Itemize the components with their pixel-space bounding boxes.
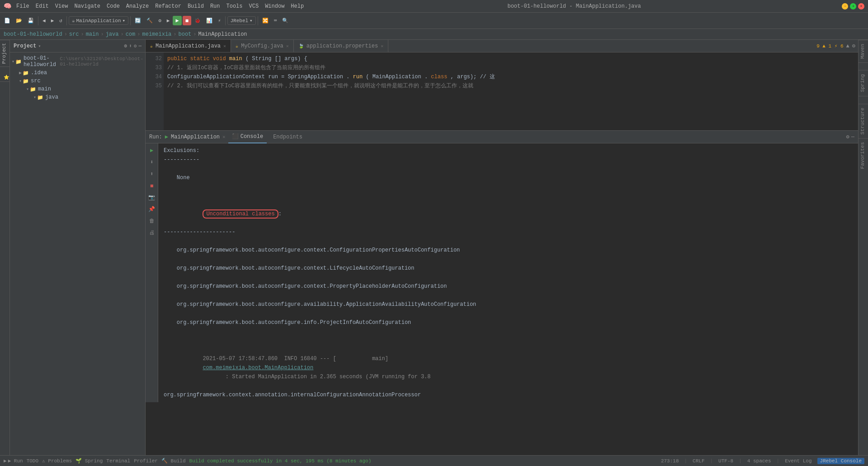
minimize-button[interactable]: － bbox=[842, 3, 848, 10]
menu-window[interactable]: Window bbox=[262, 2, 287, 10]
menu-analyze[interactable]: Analyze bbox=[123, 2, 151, 10]
menu-run[interactable]: Run bbox=[208, 2, 223, 10]
forward-button[interactable]: ▶ bbox=[49, 16, 57, 25]
menu-refactor[interactable]: Refactor bbox=[152, 2, 184, 10]
coverage-button[interactable]: 📊 bbox=[204, 16, 215, 25]
profile-button[interactable]: ⚡ bbox=[216, 16, 223, 25]
breadcrumb-java[interactable]: java bbox=[106, 31, 119, 38]
breadcrumb-main[interactable]: main bbox=[86, 31, 99, 38]
screenshot-button[interactable]: 📷 bbox=[147, 192, 157, 202]
tree-idea[interactable]: ▶ 📁 .idea bbox=[10, 69, 145, 77]
search-everywhere-button[interactable]: 🔍 bbox=[280, 16, 291, 25]
endpoints-tab[interactable]: Endpoints bbox=[269, 131, 306, 143]
editor-settings-icon[interactable]: ⚙ bbox=[852, 43, 855, 49]
maximize-button[interactable]: ＋ bbox=[850, 3, 856, 10]
expand-icon[interactable]: ⬆ bbox=[129, 43, 132, 49]
build-tab[interactable]: 🔨 Build bbox=[161, 458, 186, 464]
build-button[interactable]: 🔨 bbox=[144, 16, 155, 25]
run-panel-collapse-icon[interactable]: — bbox=[851, 134, 854, 140]
tab-close-main[interactable]: ✕ bbox=[223, 43, 226, 49]
close-button[interactable]: ✕ bbox=[858, 3, 864, 10]
favorites-tab[interactable]: Favorites bbox=[859, 138, 868, 172]
locate-icon[interactable]: ⊕ bbox=[124, 43, 127, 49]
encoding[interactable]: UTF-8 bbox=[718, 458, 733, 464]
spring-tab-bottom[interactable]: 🌱 Spring bbox=[75, 458, 103, 464]
jrebel-dropdown[interactable]: JRebel ▾ bbox=[227, 16, 256, 25]
terminal-button[interactable]: ⌨ bbox=[272, 16, 279, 25]
clear-button[interactable]: 🗑 bbox=[147, 216, 157, 226]
tab-mainapplication[interactable]: ☕ MainApplication.java ✕ bbox=[146, 40, 231, 52]
tab-appprops[interactable]: 🍃 application.properties ✕ bbox=[294, 40, 388, 52]
vcs-button[interactable]: 🔀 bbox=[260, 16, 271, 25]
menu-file[interactable]: File bbox=[14, 2, 32, 10]
stop-button[interactable]: ◼ bbox=[183, 16, 191, 25]
breadcrumb-com[interactable]: com bbox=[126, 31, 136, 38]
event-log[interactable]: Event Log bbox=[785, 458, 811, 464]
print-button[interactable]: 🖨 bbox=[147, 228, 157, 238]
window-controls[interactable]: － ＋ ✕ bbox=[842, 3, 864, 10]
tree-root[interactable]: ▾ 📁 boot-01-helloworld C:\Users\32120\De… bbox=[10, 54, 145, 69]
structure-tab[interactable]: Structure bbox=[859, 104, 868, 138]
editor-collapse-icon[interactable]: ▲ bbox=[846, 43, 849, 49]
indent-size[interactable]: 4 spaces bbox=[747, 458, 771, 464]
menu-vcs[interactable]: VCS bbox=[246, 2, 262, 10]
breadcrumb-boot[interactable]: boot bbox=[179, 31, 192, 38]
problems-tab[interactable]: ⚠ Problems bbox=[42, 458, 72, 464]
profiler-tab[interactable]: Profiler bbox=[134, 458, 158, 464]
debug-button[interactable]: 🐞 bbox=[192, 16, 203, 25]
spring-tab[interactable]: Spring bbox=[859, 70, 868, 96]
back-button[interactable]: ◀ bbox=[40, 16, 48, 25]
menu-navigate[interactable]: Navigate bbox=[71, 2, 103, 10]
run-config-dropdown[interactable]: ☕ MainApplication ▾ bbox=[69, 16, 128, 25]
menu-view[interactable]: View bbox=[52, 2, 71, 10]
new-file-button[interactable]: 📄 bbox=[2, 16, 13, 25]
breadcrumb-project[interactable]: boot-01-helloworld bbox=[4, 31, 62, 38]
menu-code[interactable]: Code bbox=[104, 2, 123, 10]
run-button[interactable]: ▶ bbox=[173, 16, 181, 25]
console-tab[interactable]: ⬛ Console bbox=[228, 131, 267, 143]
stop-run-button[interactable]: ◼ bbox=[147, 181, 157, 190]
cursor-position[interactable]: 273:18 bbox=[661, 458, 679, 464]
settings-icon[interactable]: ⚙ bbox=[134, 43, 137, 49]
project-tab[interactable]: Project bbox=[0, 40, 9, 67]
tab-close-props[interactable]: ✕ bbox=[381, 43, 383, 49]
project-panel-dropdown[interactable]: ▾ bbox=[38, 43, 41, 49]
pin-button[interactable]: 📌 bbox=[147, 204, 157, 214]
breadcrumb-class[interactable]: MainApplication bbox=[198, 31, 247, 38]
terminal-tab[interactable]: Terminal bbox=[106, 458, 130, 464]
breadcrumb-meimeixia[interactable]: meimeixia bbox=[142, 31, 171, 38]
compile-button[interactable]: ▶ bbox=[165, 16, 172, 25]
sync-button[interactable]: 🔄 bbox=[132, 16, 143, 25]
minimize-panel-icon[interactable]: — bbox=[138, 43, 142, 49]
breadcrumb-src[interactable]: src bbox=[69, 31, 79, 38]
database-tab[interactable] bbox=[859, 96, 868, 104]
code-editor[interactable]: 32 33 34 35 public static void main ( bbox=[146, 52, 858, 130]
rebuild-button[interactable]: ⚙ bbox=[156, 16, 164, 25]
main-app-link[interactable]: com.meimeixia.boot.MainApplication bbox=[203, 365, 313, 371]
restart-button[interactable]: ▶ bbox=[147, 145, 157, 155]
tree-src[interactable]: ▾ 📁 src bbox=[10, 77, 145, 85]
open-button[interactable]: 📂 bbox=[14, 16, 24, 25]
run-tab-close[interactable]: ✕ bbox=[222, 134, 226, 140]
commits-tab[interactable] bbox=[0, 67, 9, 72]
maven-tab[interactable]: Maven bbox=[859, 40, 868, 62]
line-ending[interactable]: CRLF bbox=[693, 458, 704, 464]
menu-tools[interactable]: Tools bbox=[224, 2, 245, 10]
run-panel-settings-icon[interactable]: ⚙ bbox=[846, 133, 849, 140]
menu-build[interactable]: Build bbox=[185, 2, 207, 10]
menu-help[interactable]: Help bbox=[288, 2, 307, 10]
tab-close-myconfig[interactable]: ✕ bbox=[286, 43, 289, 49]
jrebel-console[interactable]: JRebel Console bbox=[817, 458, 864, 464]
gradle-tab[interactable] bbox=[859, 62, 868, 70]
scroll-top-button[interactable]: ⬆ bbox=[147, 169, 157, 179]
menu-bar[interactable]: File Edit View Navigate Code Analyze Ref… bbox=[14, 2, 307, 10]
tree-java[interactable]: ▾ 📁 java bbox=[10, 93, 145, 101]
save-button[interactable]: 💾 bbox=[25, 16, 36, 25]
tree-main[interactable]: ▾ 📁 main bbox=[10, 85, 145, 93]
scroll-end-button[interactable]: ⬇ bbox=[147, 157, 157, 167]
bookmarks-tab[interactable]: ⭐ bbox=[0, 72, 9, 82]
todo-tab[interactable]: TODO bbox=[27, 458, 38, 464]
tab-myconfig[interactable]: ☕ MyConfig.java ✕ bbox=[231, 40, 294, 52]
run-status-tab[interactable]: ▶ ▶ Run bbox=[4, 458, 23, 464]
menu-edit[interactable]: Edit bbox=[33, 2, 52, 10]
